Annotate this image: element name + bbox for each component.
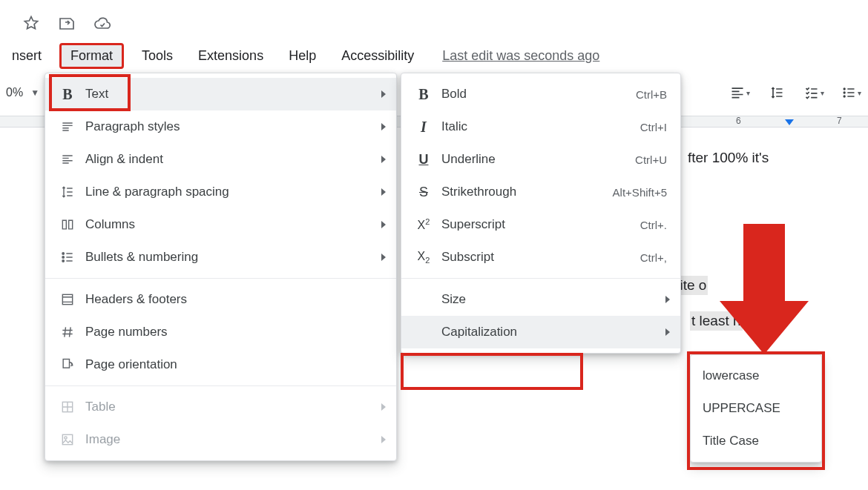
menu-label: Line & paragraph spacing [85, 185, 383, 199]
format-menu-columns[interactable]: Columns [45, 208, 396, 241]
columns-icon [60, 217, 75, 232]
strikethrough-icon: S [419, 185, 428, 200]
menu-label: Headers & footers [85, 292, 383, 307]
text-menu-strikethrough[interactable]: S Strikethrough Alt+Shift+5 [401, 176, 680, 208]
zoom-value: 0% [6, 86, 23, 99]
bold-icon: B [418, 86, 428, 103]
svg-rect-9 [62, 434, 72, 444]
text-menu-capitalization[interactable]: Capitalization [401, 316, 680, 348]
cap-menu-titlecase[interactable]: Title Case [691, 425, 821, 457]
ruler-mark-6: 6 [736, 116, 741, 126]
submenu-caret-icon [381, 156, 386, 163]
menu-label: Columns [85, 217, 383, 232]
submenu-caret-icon [665, 328, 670, 336]
format-menu-paragraph-styles[interactable]: Paragraph styles [45, 110, 396, 143]
format-menu-line-spacing[interactable]: Line & paragraph spacing [45, 176, 396, 208]
menu-accessibility[interactable]: Accessibility [334, 44, 421, 68]
menu-extensions[interactable]: Extensions [191, 44, 271, 68]
format-menu-align-indent[interactable]: Align & indent [45, 143, 396, 176]
shortcut: Ctrl+. [640, 219, 667, 231]
shortcut: Ctrl+B [636, 88, 667, 101]
format-menu-table: Table [45, 391, 396, 423]
svg-point-10 [65, 437, 67, 439]
svg-point-4 [62, 256, 65, 259]
text-menu-subscript[interactable]: X2 Subscript Ctrl+, [401, 241, 680, 274]
italic-icon: I [421, 119, 427, 136]
menu-help[interactable]: Help [281, 44, 323, 68]
text-menu-bold[interactable]: B Bold Ctrl+B [401, 78, 680, 110]
list-icon [60, 250, 75, 265]
last-edit-note[interactable]: Last edit was seconds ago [442, 48, 599, 64]
menu-insert[interactable]: nsert [4, 44, 49, 68]
menu-label: Superscript [441, 217, 640, 232]
menu-label: Image [85, 432, 383, 447]
annotation-box [401, 353, 583, 390]
cap-menu-uppercase[interactable]: UPPERCASE [691, 392, 821, 425]
format-menu-headers-footers[interactable]: Headers & footers [45, 283, 396, 316]
text-menu-size[interactable]: Size [401, 283, 680, 316]
align-icon [60, 152, 75, 167]
cloud-status-icon[interactable] [93, 15, 111, 35]
move-icon[interactable] [58, 15, 76, 35]
text-menu-underline[interactable]: U Underline Ctrl+U [401, 143, 680, 176]
checklist-button[interactable]: ▾ [800, 80, 828, 105]
shortcut: Ctrl+U [635, 153, 667, 166]
text-menu-italic[interactable]: I Italic Ctrl+I [401, 110, 680, 143]
menu-format[interactable]: Format [59, 43, 124, 69]
text-submenu: B Bold Ctrl+B I Italic Ctrl+I U Underlin… [401, 73, 681, 354]
superscript-icon: X2 [418, 217, 430, 232]
menu-label: Underline [441, 152, 635, 167]
subscript-icon: X2 [418, 250, 430, 265]
svg-point-0 [843, 87, 845, 90]
orientation-icon [60, 357, 75, 372]
submenu-caret-icon [665, 296, 670, 303]
indent-marker-icon[interactable] [785, 119, 794, 125]
document-text-selected[interactable]: t least n [690, 311, 743, 331]
align-button[interactable]: ▾ [726, 80, 754, 105]
line-spacing-icon [60, 185, 75, 199]
menu-label: Bold [441, 87, 636, 102]
document-text[interactable]: fter 100% it's [688, 150, 769, 166]
menu-label: Size [441, 292, 667, 307]
image-icon [60, 432, 75, 447]
shortcut: Ctrl+, [640, 251, 667, 264]
menu-label: Table [85, 400, 383, 414]
ruler-mark-7: 7 [837, 116, 842, 126]
svg-rect-6 [62, 294, 72, 304]
line-spacing-button[interactable] [763, 80, 791, 105]
menu-label: Page numbers [85, 325, 383, 340]
format-menu-page-orientation[interactable]: Page orientation [45, 348, 396, 381]
bulleted-list-button[interactable]: ▾ [837, 80, 865, 105]
menu-label: Strikethrough [441, 185, 613, 199]
zoom-selector[interactable]: 0% ▼ [0, 83, 45, 102]
format-menu-bullets-numbering[interactable]: Bullets & numbering [45, 241, 396, 274]
submenu-caret-icon [381, 188, 386, 196]
star-icon[interactable] [22, 15, 40, 35]
bold-icon: B [62, 86, 72, 103]
menu-label: Capitalization [441, 325, 667, 340]
text-menu-superscript[interactable]: X2 Superscript Ctrl+. [401, 208, 680, 241]
submenu-caret-icon [381, 403, 386, 411]
format-menu-text[interactable]: B Text [45, 78, 396, 110]
cap-menu-lowercase[interactable]: lowercase [691, 360, 821, 392]
submenu-caret-icon [381, 90, 386, 98]
menu-label: Title Case [703, 434, 808, 448]
shortcut: Alt+Shift+5 [613, 186, 667, 199]
paragraph-icon [60, 119, 75, 134]
menu-tools[interactable]: Tools [134, 44, 180, 68]
svg-point-5 [62, 260, 65, 262]
format-menu: B Text Paragraph styles Align & indent L… [45, 73, 397, 461]
menu-label: Italic [441, 119, 640, 134]
svg-point-1 [843, 91, 845, 93]
menu-label: Page orientation [85, 357, 383, 372]
menu-label: UPPERCASE [703, 401, 808, 416]
hash-icon [60, 325, 75, 340]
menu-label: lowercase [703, 368, 808, 383]
menu-label: Text [85, 87, 383, 102]
submenu-caret-icon [381, 254, 386, 261]
format-menu-page-numbers[interactable]: Page numbers [45, 316, 396, 348]
format-menu-image: Image [45, 423, 396, 456]
submenu-caret-icon [381, 221, 386, 228]
menu-label: Paragraph styles [85, 119, 383, 134]
menu-label: Align & indent [85, 152, 383, 167]
